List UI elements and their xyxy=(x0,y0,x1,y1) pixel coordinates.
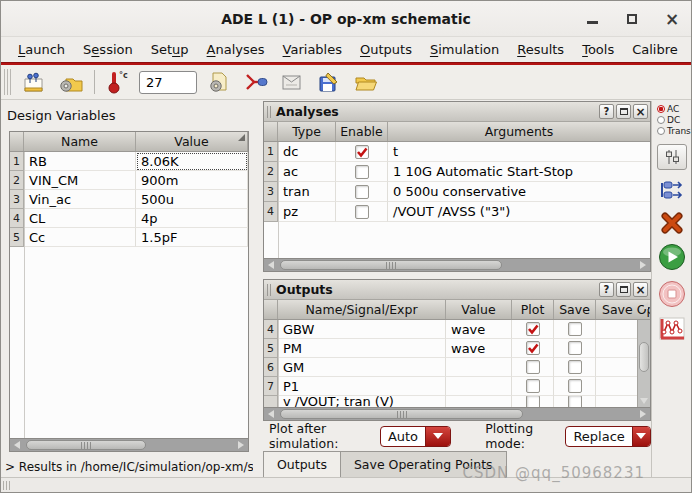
scroll-down-arrow[interactable] xyxy=(638,394,650,407)
scroll-right-arrow[interactable] xyxy=(636,408,650,420)
plot-outputs-icon[interactable] xyxy=(659,317,685,341)
variable-value-cell[interactable]: 500u xyxy=(136,190,248,209)
save-state-icon[interactable] xyxy=(313,67,345,97)
plot-checkbox[interactable] xyxy=(526,396,540,407)
analysis-arguments-cell[interactable]: 1 10G Automatic Start-Stop xyxy=(388,162,650,182)
variable-name-cell[interactable]: CL xyxy=(24,209,136,228)
gear-document-icon[interactable] xyxy=(202,67,234,97)
close-panel-icon[interactable]: × xyxy=(633,282,648,297)
close-button[interactable]: × xyxy=(665,12,679,26)
output-name-cell[interactable]: GM xyxy=(278,358,446,377)
minimize-button[interactable] xyxy=(585,12,599,26)
save-checkbox[interactable] xyxy=(568,322,582,336)
scroll-thumb[interactable] xyxy=(26,440,146,450)
scroll-thumb[interactable] xyxy=(639,342,649,372)
float-panel-icon[interactable] xyxy=(616,282,631,297)
column-header-value[interactable]: Value xyxy=(446,300,512,319)
enable-checkbox[interactable] xyxy=(355,165,369,179)
temperature-input[interactable] xyxy=(139,71,197,94)
plot-after-dropdown[interactable]: Auto xyxy=(380,426,451,447)
variable-name-cell[interactable]: VIN_CM xyxy=(24,171,136,190)
enable-checkbox[interactable] xyxy=(355,145,369,159)
menu-simulation[interactable]: Simulation xyxy=(421,39,508,60)
output-name-cell[interactable]: PM xyxy=(278,339,446,358)
output-name-cell[interactable]: v /VOUT; tran (V) xyxy=(278,396,446,407)
scroll-left-arrow[interactable] xyxy=(264,408,278,420)
output-save-options-cell[interactable] xyxy=(596,396,637,407)
plotting-mode-dropdown[interactable]: Replace xyxy=(565,426,651,447)
output-save-options-cell[interactable] xyxy=(596,320,637,339)
column-header-value[interactable]: Value xyxy=(136,132,248,151)
menu-analyses[interactable]: Analyses xyxy=(198,39,274,60)
variable-value-cell[interactable]: 1.5pF xyxy=(136,228,248,247)
variable-name-cell[interactable]: Cc xyxy=(24,228,136,247)
analyses-titlebar[interactable]: Analyses ? × xyxy=(264,102,650,122)
tuner-button[interactable] xyxy=(657,144,687,170)
maximize-button[interactable] xyxy=(625,12,639,26)
scroll-left-arrow[interactable] xyxy=(264,259,278,271)
plot-checkbox[interactable] xyxy=(526,341,540,355)
radio-dc[interactable]: DC xyxy=(657,115,691,125)
scroll-thumb[interactable] xyxy=(280,260,502,270)
column-header-arguments[interactable]: Arguments xyxy=(388,122,650,141)
analysis-arguments-cell[interactable]: t xyxy=(388,142,650,162)
scroll-right-arrow[interactable] xyxy=(636,259,650,271)
radio-button-icon[interactable] xyxy=(657,127,665,135)
save-checkbox[interactable] xyxy=(568,396,582,407)
save-checkbox[interactable] xyxy=(568,341,582,355)
radio-button-icon[interactable] xyxy=(657,105,665,113)
enable-checkbox[interactable] xyxy=(355,205,369,219)
menu-variables[interactable]: Variables xyxy=(274,39,351,60)
analyses-horizontal-scrollbar[interactable] xyxy=(264,258,650,271)
output-name-cell[interactable]: P1 xyxy=(278,377,446,396)
menu-setup[interactable]: Setup xyxy=(142,39,198,60)
float-panel-icon[interactable] xyxy=(616,104,631,119)
column-header-save[interactable]: Save xyxy=(554,300,596,319)
scroll-left-arrow[interactable] xyxy=(10,439,24,451)
column-header-save-options[interactable]: Save Optio xyxy=(596,300,650,319)
scroll-thumb[interactable] xyxy=(280,409,523,419)
results-browser-icon[interactable] xyxy=(276,67,308,97)
delete-icon[interactable] xyxy=(660,212,684,234)
scroll-right-arrow[interactable] xyxy=(234,439,248,451)
plot-checkbox[interactable] xyxy=(526,379,540,393)
radio-button-icon[interactable] xyxy=(657,116,665,124)
analysis-arguments-cell[interactable]: 0 500u conservative xyxy=(388,182,650,202)
enable-checkbox[interactable] xyxy=(355,185,369,199)
column-header-type[interactable]: Type xyxy=(278,122,336,141)
variable-value-cell[interactable]: 900m xyxy=(136,171,248,190)
menu-outputs[interactable]: Outputs xyxy=(351,39,421,60)
column-header-name[interactable]: Name xyxy=(24,132,136,151)
analysis-arguments-cell[interactable]: /VOUT /AVSS ("3") xyxy=(388,202,650,222)
save-checkbox[interactable] xyxy=(568,360,582,374)
column-header-enable[interactable]: Enable xyxy=(336,122,388,141)
save-checkbox[interactable] xyxy=(568,379,582,393)
tab-outputs[interactable]: Outputs xyxy=(263,451,341,479)
outputs-titlebar[interactable]: Outputs ? × xyxy=(264,280,650,300)
analysis-type-cell[interactable]: pz xyxy=(278,202,336,222)
menu-launch[interactable]: Launch xyxy=(9,39,74,60)
session-setup-icon[interactable] xyxy=(18,67,50,97)
menu-calibre[interactable]: Calibre xyxy=(623,39,687,60)
menu-tools[interactable]: Tools xyxy=(573,39,623,60)
column-header-name-signal-expr[interactable]: Name/Signal/Expr xyxy=(278,300,446,319)
variable-name-cell[interactable]: Vin_ac xyxy=(24,190,136,209)
tab-save-operating-points[interactable]: Save Operating Points xyxy=(340,451,507,479)
output-save-options-cell[interactable] xyxy=(596,358,637,377)
open-folder-icon[interactable] xyxy=(350,67,382,97)
plot-checkbox[interactable] xyxy=(526,360,540,374)
menu-session[interactable]: Session xyxy=(74,39,142,60)
close-panel-icon[interactable]: × xyxy=(633,104,648,119)
outputs-horizontal-scrollbar[interactable] xyxy=(264,407,650,420)
run-simulation-icon[interactable] xyxy=(658,243,686,271)
help-icon[interactable]: ? xyxy=(599,282,614,297)
analysis-type-cell[interactable]: tran xyxy=(278,182,336,202)
radio-trans[interactable]: Trans xyxy=(657,126,691,136)
analysis-type-cell[interactable]: ac xyxy=(278,162,336,182)
stop-simulation-icon[interactable] xyxy=(658,280,686,308)
column-header-plot[interactable]: Plot xyxy=(512,300,554,319)
output-name-cell[interactable]: GBW xyxy=(278,320,446,339)
toolbar-drag-handle[interactable] xyxy=(4,69,11,95)
analysis-type-cell[interactable]: dc xyxy=(278,142,336,162)
output-save-options-cell[interactable] xyxy=(596,377,637,396)
